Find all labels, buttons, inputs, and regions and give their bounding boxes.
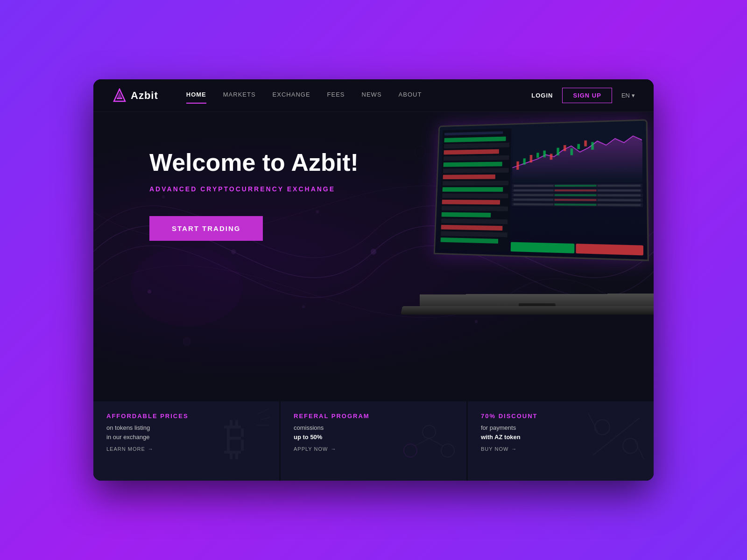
svg-rect-26 [584, 140, 587, 147]
svg-point-33 [404, 444, 417, 457]
svg-point-32 [423, 426, 436, 439]
svg-line-30 [261, 417, 270, 420]
svg-rect-25 [577, 144, 580, 149]
screen-main [511, 125, 643, 255]
screen-content [435, 121, 648, 260]
start-trading-button[interactable]: START TRADING [149, 216, 263, 241]
laptop-screen [434, 119, 649, 261]
bitcoin-icon: ₿ [223, 409, 270, 474]
arrow-icon-3: → [511, 446, 517, 452]
network-icon [401, 413, 457, 469]
arrow-icon: → [148, 446, 154, 452]
svg-point-38 [623, 439, 638, 454]
card-1-line1: on tokens listing [106, 424, 150, 431]
svg-rect-20 [543, 151, 546, 157]
card-referral-program: REFERAL PROGRAM comissions up to 50% APP… [281, 401, 466, 481]
language-selector[interactable]: EN ▾ [621, 92, 635, 99]
nav-markets[interactable]: MARKETS [223, 91, 256, 100]
laptop-mockup [402, 121, 654, 308]
svg-point-37 [595, 420, 610, 435]
laptop [402, 121, 654, 308]
svg-line-29 [258, 409, 269, 414]
login-button[interactable]: LOGIN [531, 92, 553, 99]
svg-rect-18 [530, 155, 533, 162]
laptop-base [401, 306, 654, 314]
svg-rect-22 [557, 148, 559, 155]
logo-text: Azbit [131, 90, 158, 102]
card-2-line2: up to 50% [294, 434, 322, 441]
card-3-line2: with AZ token [481, 434, 521, 441]
svg-rect-24 [571, 148, 573, 155]
navbar: Azbit HOME MARKETS EXCHANGE FEES NEWS AB… [93, 79, 654, 112]
card-2-line1: comissions [294, 424, 324, 431]
browser-window: Azbit HOME MARKETS EXCHANGE FEES NEWS AB… [93, 79, 654, 481]
svg-rect-17 [523, 158, 526, 164]
nav-exchange[interactable]: EXCHANGE [273, 91, 310, 100]
svg-line-36 [429, 439, 443, 446]
card-affordable-prices: AFFORDABLE PRICES on tokens listing in o… [93, 401, 279, 481]
nav-news[interactable]: NEWS [362, 91, 382, 100]
svg-rect-27 [591, 142, 594, 150]
screen-bottom-bars [511, 242, 643, 256]
screen-sidebar [438, 128, 511, 252]
logo[interactable]: Azbit [112, 88, 158, 103]
discount-icon [588, 413, 644, 469]
lang-label: EN [621, 92, 630, 99]
svg-line-39 [593, 418, 640, 455]
arrow-icon-2: → [331, 446, 336, 452]
nav-about[interactable]: ABOUT [399, 91, 422, 100]
screen-table [511, 184, 643, 244]
card-discount: 70% DISCOUNT for payments with AZ token … [468, 401, 654, 481]
nav-fees[interactable]: FEES [327, 91, 345, 100]
logo-icon [112, 88, 127, 103]
signup-button[interactable]: SIGN UP [562, 88, 612, 103]
svg-rect-19 [536, 153, 539, 158]
svg-rect-23 [564, 145, 566, 151]
card-1-line2: in our exchange [106, 434, 150, 441]
svg-text:₿: ₿ [224, 413, 247, 463]
svg-rect-21 [550, 154, 553, 160]
nav-home[interactable]: HOME [186, 91, 206, 100]
hero-section: Welcome to Azbit! ADVANCED CRYPTOCURRENC… [93, 112, 654, 401]
nav-right: LOGIN SIGN UP EN ▾ [531, 88, 635, 103]
svg-point-34 [441, 444, 454, 457]
screen-chart [512, 125, 643, 182]
card-3-line1: for payments [481, 424, 516, 431]
svg-line-35 [415, 439, 429, 446]
chevron-down-icon: ▾ [632, 92, 635, 99]
nav-links: HOME MARKETS EXCHANGE FEES NEWS ABOUT [186, 91, 532, 100]
svg-rect-16 [516, 161, 519, 170]
cards-section: AFFORDABLE PRICES on tokens listing in o… [93, 401, 654, 481]
